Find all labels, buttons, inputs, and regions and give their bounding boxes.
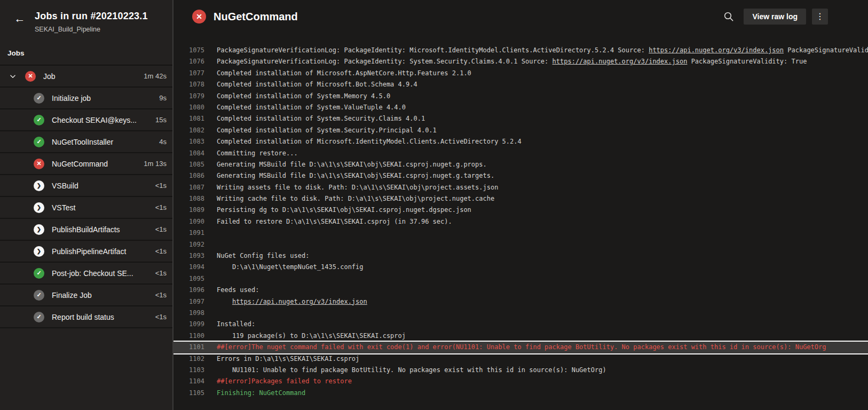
- status-neutral-icon: ✓: [34, 93, 44, 104]
- line-text: Completed installation of System.Securit…: [204, 125, 437, 136]
- line-number: 1099: [173, 319, 204, 330]
- job-label: Initialize job: [52, 94, 155, 102]
- sidebar-job-publishpipelineartifact[interactable]: ❯PublishPipelineArtifact<1s: [0, 240, 172, 262]
- log-header: ✕ NuGetCommand View raw log ⋮: [173, 0, 868, 33]
- line-number: 1077: [173, 68, 204, 79]
- log-line[interactable]: 1105Finishing: NuGetCommand: [173, 388, 868, 399]
- log-line[interactable]: 1100 119 package(s) to D:\a\1\s\SEKAI\SE…: [173, 330, 868, 342]
- log-line[interactable]: 1082Completed installation of System.Sec…: [173, 125, 868, 136]
- log-line[interactable]: 1098: [173, 308, 868, 319]
- line-number: 1101: [173, 342, 204, 353]
- view-raw-log-button[interactable]: View raw log: [744, 9, 806, 25]
- line-text: PackageSignatureVerificationLog: Package…: [204, 56, 807, 67]
- sidebar-job-finalize-job[interactable]: ✓Finalize Job<1s: [0, 283, 172, 305]
- log-line[interactable]: 1076PackageSignatureVerificationLog: Pac…: [173, 56, 868, 67]
- job-duration: <1s: [155, 269, 167, 277]
- line-number: 1092: [173, 239, 204, 250]
- log-line[interactable]: 1089Persisting dg to D:\a\1\s\SEKAI\obj\…: [173, 204, 868, 216]
- log-line[interactable]: 1080Completed installation of System.Val…: [173, 102, 868, 113]
- line-number: 1096: [173, 285, 204, 296]
- status-skipped-icon: ❯: [34, 180, 44, 191]
- log-line[interactable]: 1101##[error]The nuget command failed wi…: [173, 342, 868, 353]
- back-arrow-icon[interactable]: ←: [13, 12, 27, 26]
- line-text: Installed:: [204, 319, 255, 330]
- sidebar-job-vsbuild[interactable]: ❯VSBuild<1s: [0, 174, 172, 196]
- log-line[interactable]: 1092: [173, 239, 868, 250]
- sidebar-job-publishbuildartifacts[interactable]: ❯PublishBuildArtifacts<1s: [0, 218, 172, 240]
- sidebar-job-nugetcommand[interactable]: ✕NuGetCommand1m 13s: [0, 152, 172, 174]
- log-link[interactable]: https://api.nuget.org/v3/index.json: [553, 58, 688, 65]
- log-line[interactable]: 1077Completed installation of Microsoft.…: [173, 68, 868, 79]
- line-number: 1093: [173, 250, 204, 262]
- job-duration: <1s: [155, 313, 167, 321]
- line-number: 1087: [173, 182, 204, 193]
- job-duration: <1s: [155, 225, 167, 233]
- log-line[interactable]: 1079Completed installation of System.Mem…: [173, 91, 868, 102]
- log-line[interactable]: 1084Committing restore...: [173, 148, 868, 159]
- log-line[interactable]: 1078Completed installation of Microsoft.…: [173, 79, 868, 90]
- line-text: ##[error]Packages failed to restore: [204, 376, 352, 387]
- line-number: 1094: [173, 262, 204, 273]
- line-number: 1091: [173, 227, 204, 239]
- line-text: Finishing: NuGetCommand: [204, 388, 305, 399]
- line-number: 1083: [173, 136, 204, 147]
- sidebar-job-checkout-sekai-keys[interactable]: ✓Checkout SEKAI@keys...15s: [0, 108, 172, 130]
- line-text: https://api.nuget.org/v3/index.json: [204, 296, 367, 308]
- log-line[interactable]: 1093NuGet Config files used:: [173, 250, 868, 262]
- more-actions-icon[interactable]: ⋮: [812, 9, 828, 25]
- job-label: Report build status: [52, 313, 151, 321]
- log-line[interactable]: 1087Writing assets file to disk. Path: D…: [173, 182, 868, 193]
- log-line[interactable]: 1102Errors in D:\a\1\s\SEKAI\SEKAI.cspro…: [173, 353, 868, 365]
- job-label: VSBuild: [52, 182, 151, 190]
- log-line[interactable]: 1083Completed installation of Microsoft.…: [173, 136, 868, 147]
- line-number: 1079: [173, 91, 204, 102]
- log-line[interactable]: 1097 https://api.nuget.org/v3/index.json: [173, 296, 868, 308]
- log-line[interactable]: 1081Completed installation of System.Sec…: [173, 113, 868, 124]
- log-line[interactable]: 1099Installed:: [173, 319, 868, 330]
- line-number: 1082: [173, 125, 204, 136]
- line-number: 1095: [173, 273, 204, 285]
- line-text: 119 package(s) to D:\a\1\s\SEKAI\SEKAI.c…: [204, 330, 406, 342]
- status-success-icon: ✓: [34, 137, 44, 147]
- line-number: 1102: [173, 353, 204, 365]
- log-line[interactable]: 1104##[error]Packages failed to restore: [173, 376, 868, 387]
- log-line[interactable]: 1090Failed to restore D:\a\1\s\SEKAI\SEK…: [173, 216, 868, 227]
- sidebar-job-vstest[interactable]: ❯VSTest<1s: [0, 196, 172, 218]
- log-line[interactable]: 1091: [173, 227, 868, 239]
- sidebar-job-report-build-status[interactable]: ✓Report build status<1s: [0, 305, 172, 327]
- line-text: [204, 308, 217, 319]
- line-number: 1080: [173, 102, 204, 113]
- log-line[interactable]: 1094 D:\a\1\Nuget\tempNuGet_1435.config: [173, 262, 868, 273]
- log-line[interactable]: 1096Feeds used:: [173, 285, 868, 296]
- log-link[interactable]: https://api.nuget.org/v3/index.json: [232, 298, 367, 305]
- log-viewer: 1075PackageSignatureVerificationLog: Pac…: [173, 33, 868, 399]
- job-label: Job: [43, 72, 139, 81]
- sidebar-job-nugettoolinstaller[interactable]: ✓NuGetToolInstaller4s: [0, 130, 172, 152]
- sidebar-job-initialize-job[interactable]: ✓Initialize job9s: [0, 86, 172, 108]
- search-icon[interactable]: [720, 9, 738, 25]
- sidebar-titles: Jobs in run #20210223.1 SEKAI_Build_Pipe…: [35, 11, 148, 33]
- log-line[interactable]: 1085Generating MSBuild file D:\a\1\s\SEK…: [173, 159, 868, 170]
- log-line[interactable]: 1095: [173, 273, 868, 285]
- line-text: Failed to restore D:\a\1\s\SEKAI\SEKAI.c…: [204, 216, 452, 227]
- log-line[interactable]: 1075PackageSignatureVerificationLog: Pac…: [173, 45, 868, 56]
- chevron-down-icon[interactable]: [6, 70, 19, 83]
- pipeline-name: SEKAI_Build_Pipeline: [35, 26, 148, 33]
- line-text: [204, 239, 217, 250]
- log-link[interactable]: https://api.nuget.org/v3/index.json: [649, 46, 784, 54]
- log-line[interactable]: 1086Generating MSBuild file D:\a\1\s\SEK…: [173, 170, 868, 182]
- sidebar-job-post-job-checkout-se[interactable]: ✓Post-job: Checkout SE...<1s: [0, 262, 172, 283]
- line-text: Completed installation of Microsoft.AspN…: [204, 68, 471, 79]
- line-number: 1085: [173, 159, 204, 170]
- line-number: 1075: [173, 45, 204, 56]
- line-text: Committing restore...: [204, 148, 298, 159]
- line-text: PackageSignatureVerificationLog: Package…: [204, 45, 868, 56]
- log-line[interactable]: 1103 NU1101: Unable to find package BotU…: [173, 365, 868, 376]
- log-line[interactable]: 1088Writing cache file to disk. Path: D:…: [173, 193, 868, 204]
- sidebar-job-job[interactable]: ✕Job1m 42s: [0, 65, 172, 86]
- job-duration: 1m 42s: [144, 72, 167, 80]
- job-label: PublishBuildArtifacts: [52, 225, 151, 234]
- line-number: 1097: [173, 296, 204, 308]
- status-skipped-icon: ❯: [34, 224, 44, 235]
- line-text: Writing assets file to disk. Path: D:\a\…: [204, 182, 498, 193]
